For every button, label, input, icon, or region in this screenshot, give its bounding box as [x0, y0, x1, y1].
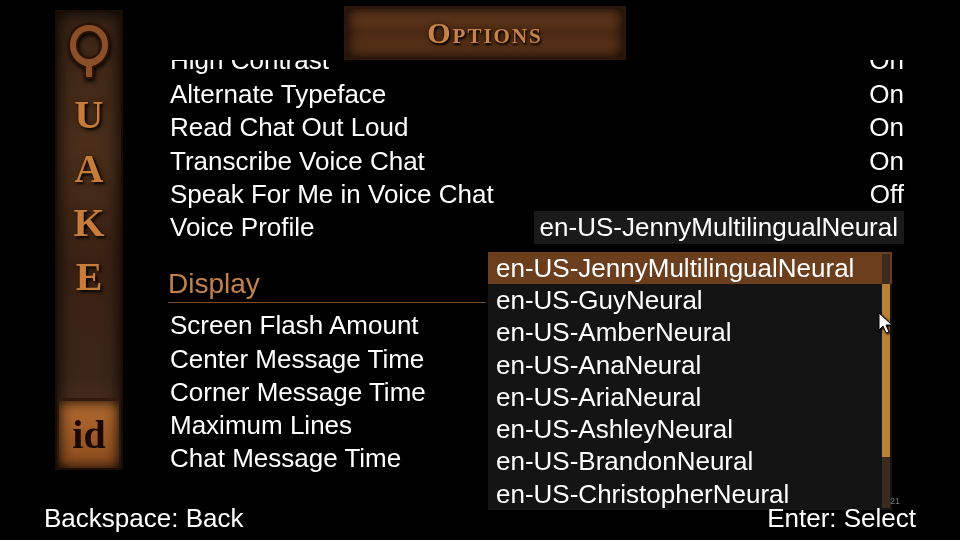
page-title-plate: Options [344, 6, 626, 60]
option-label: Corner Message Time [170, 376, 426, 409]
dropdown-option[interactable]: en-US-JennyMultilingualNeural [488, 252, 892, 284]
id-software-logo: id [59, 398, 119, 468]
voice-profile-selected[interactable]: en-US-JennyMultilingualNeural [534, 211, 904, 244]
dropdown-option[interactable]: en-US-AnaNeural [488, 349, 892, 381]
corner-small-text: 21 [890, 496, 900, 506]
option-value: On [869, 145, 904, 178]
game-vertical-banner: U A K E id [55, 10, 123, 470]
option-row-high-contrast[interactable]: High Contrast On [168, 60, 906, 78]
dropdown-option[interactable]: en-US-AshleyNeural [488, 413, 892, 445]
footer-hints: Backspace: Back Enter: Select [44, 503, 916, 534]
option-row-voice-profile[interactable]: Voice Profile en-US-JennyMultilingualNeu… [168, 211, 906, 244]
option-label: Read Chat Out Loud [170, 111, 409, 144]
option-label: Maximum Lines [170, 409, 352, 442]
option-label: Speak For Me in Voice Chat [170, 178, 494, 211]
option-label: Transcribe Voice Chat [170, 145, 425, 178]
banner-letter: E [76, 252, 103, 302]
hint-back: Backspace: Back [44, 503, 243, 534]
option-label: Screen Flash Amount [170, 309, 419, 342]
banner-letter: K [73, 198, 104, 248]
page-title: Options [427, 16, 543, 50]
option-value: On [869, 60, 904, 77]
banner-letter: A [75, 144, 104, 194]
voice-profile-dropdown[interactable]: en-US-JennyMultilingualNeural en-US-GuyN… [488, 252, 892, 510]
option-row-read-chat-out-loud[interactable]: Read Chat Out Loud On [168, 111, 906, 144]
option-row-transcribe-voice-chat[interactable]: Transcribe Voice Chat On [168, 145, 906, 178]
dropdown-option[interactable]: en-US-AriaNeural [488, 381, 892, 413]
quake-logo-icon [65, 22, 113, 88]
banner-letter: U [75, 90, 104, 140]
option-value: On [869, 111, 904, 144]
dropdown-scrollbar[interactable] [882, 254, 890, 508]
option-label: High Contrast [170, 60, 329, 77]
option-row-alternate-typeface[interactable]: Alternate Typeface On [168, 78, 906, 111]
scrollbar-thumb[interactable] [882, 284, 890, 457]
option-row-speak-for-me[interactable]: Speak For Me in Voice Chat Off [168, 178, 906, 211]
option-value: On [869, 78, 904, 111]
option-label: Center Message Time [170, 343, 424, 376]
hint-select: Enter: Select [767, 503, 916, 534]
dropdown-option[interactable]: en-US-AmberNeural [488, 316, 892, 348]
option-label: Alternate Typeface [170, 78, 386, 111]
option-label: Voice Profile [170, 211, 315, 244]
dropdown-option[interactable]: en-US-BrandonNeural [488, 445, 892, 477]
section-header-display: Display [168, 268, 486, 303]
dropdown-option[interactable]: en-US-GuyNeural [488, 284, 892, 316]
option-label: Chat Message Time [170, 442, 401, 475]
option-value: Off [870, 178, 904, 211]
